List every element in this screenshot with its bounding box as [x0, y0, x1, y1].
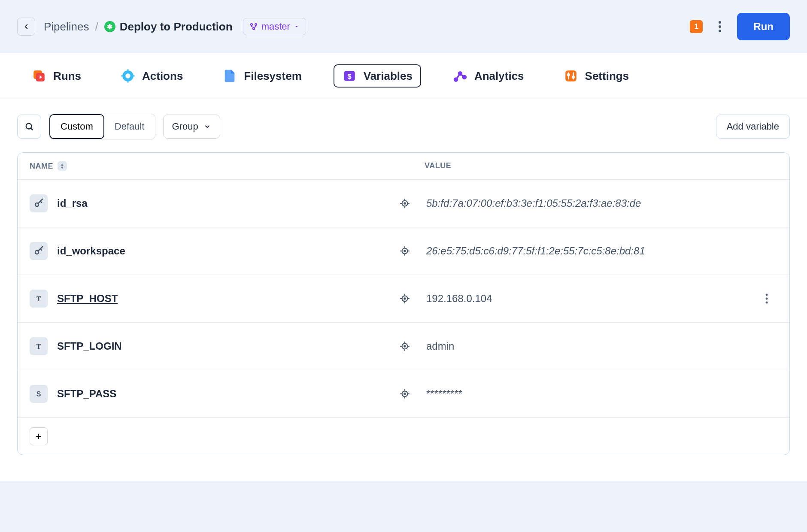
analytics-icon — [453, 69, 467, 83]
table-row[interactable]: TSFTP_HOST192.168.0.104 — [18, 275, 789, 322]
svg-point-49 — [766, 294, 768, 296]
table-row[interactable]: SSFTP_PASS********* — [18, 370, 789, 417]
row-actions[interactable] — [756, 293, 777, 304]
group-select[interactable]: Group — [163, 115, 220, 139]
variables-table: NAME ▲▼ VALUE id_rsa5b:fd:7a:07:00:ef:b3… — [17, 152, 790, 455]
variable-name[interactable]: SFTP_HOST — [57, 293, 383, 305]
table-header: NAME ▲▼ VALUE — [18, 153, 789, 179]
variable-type-icon: T — [30, 290, 48, 308]
scope-icon — [383, 245, 426, 257]
settings-icon — [564, 69, 578, 83]
column-header-name[interactable]: NAME ▲▼ — [30, 161, 425, 171]
tab-settings[interactable]: Settings — [556, 64, 637, 88]
variable-name[interactable]: SFTP_LOGIN — [57, 340, 383, 352]
tab-variables[interactable]: $ Variables — [334, 64, 421, 88]
chevron-down-icon — [203, 123, 211, 130]
scope-icon — [383, 341, 426, 352]
table-row[interactable]: id_rsa5b:fd:7a:07:00:ef:b3:3e:f1:05:55:2… — [18, 179, 789, 227]
svg-point-50 — [766, 298, 768, 300]
variable-value: admin — [426, 340, 756, 352]
tab-label: Actions — [142, 70, 183, 83]
variable-value: 192.168.0.104 — [426, 293, 756, 305]
svg-point-26 — [26, 124, 32, 129]
search-button[interactable] — [17, 115, 41, 139]
svg-point-30 — [404, 203, 405, 204]
run-button[interactable]: Run — [737, 13, 790, 40]
svg-point-44 — [404, 298, 405, 299]
svg-point-23 — [567, 74, 569, 76]
filesystem-icon — [222, 69, 237, 83]
notification-badge[interactable]: 1 — [690, 20, 703, 33]
tab-label: Variables — [364, 70, 413, 83]
table-row[interactable]: id_workspace26:e5:75:d5:c6:d9:77:5f:f1:2… — [18, 227, 789, 275]
breadcrumb-current: ✱ Deploy to Production — [104, 20, 233, 33]
svg-text:T: T — [36, 295, 41, 302]
tab-label: Filesystem — [244, 70, 301, 83]
tab-actions[interactable]: Actions — [113, 64, 191, 88]
svg-text:S: S — [36, 390, 41, 398]
tab-analytics[interactable]: Analytics — [445, 64, 532, 88]
breadcrumb-separator: / — [95, 20, 98, 33]
toolbar: Custom Default Group Add variable — [17, 114, 790, 139]
actions-icon — [121, 69, 135, 83]
breadcrumb-link-pipelines[interactable]: Pipelines — [44, 20, 89, 33]
add-row: + — [18, 417, 789, 455]
svg-text:$: $ — [347, 73, 352, 81]
variable-type-icon: T — [30, 337, 48, 355]
svg-point-61 — [404, 393, 405, 394]
tab-label: Settings — [585, 70, 629, 83]
filter-default[interactable]: Default — [104, 114, 155, 139]
svg-point-54 — [404, 345, 405, 347]
more-menu-button[interactable] — [712, 19, 728, 34]
variable-name[interactable]: SFTP_PASS — [57, 388, 383, 400]
branch-selector[interactable]: master — [243, 18, 306, 35]
caret-down-icon — [294, 24, 300, 30]
branch-label: master — [261, 21, 290, 32]
svg-point-16 — [454, 78, 457, 81]
filter-segment: Custom Default — [49, 114, 155, 139]
svg-line-20 — [461, 74, 464, 76]
svg-point-51 — [766, 302, 768, 304]
branch-icon — [249, 22, 258, 31]
tabbar: Runs Actions Filesystem $ Variables Anal… — [0, 53, 807, 99]
chevron-left-icon — [22, 23, 30, 30]
header-actions: 1 Run — [690, 13, 790, 40]
variable-name[interactable]: id_rsa — [57, 197, 383, 209]
svg-point-37 — [404, 250, 405, 251]
tab-label: Analytics — [474, 70, 524, 83]
variable-value: 5b:fd:7a:07:00:ef:b3:3e:f1:05:55:2a:f3:a… — [426, 197, 756, 209]
svg-point-5 — [719, 30, 721, 32]
svg-point-4 — [719, 25, 721, 28]
svg-line-27 — [31, 128, 33, 130]
kebab-icon — [718, 21, 722, 33]
breadcrumb: Pipelines / ✱ Deploy to Production maste… — [44, 18, 306, 35]
header: Pipelines / ✱ Deploy to Production maste… — [0, 0, 807, 53]
variables-icon: $ — [342, 69, 357, 83]
svg-line-19 — [457, 75, 459, 79]
variable-type-icon: S — [30, 385, 48, 403]
svg-point-2 — [253, 28, 255, 30]
page-title: Deploy to Production — [120, 20, 233, 33]
tab-filesystem[interactable]: Filesystem — [215, 64, 309, 88]
svg-point-1 — [255, 24, 257, 25]
add-variable-button[interactable]: Add variable — [716, 115, 790, 139]
filter-custom[interactable]: Custom — [49, 114, 104, 139]
sort-icon: ▲▼ — [58, 161, 67, 171]
svg-point-0 — [251, 24, 252, 25]
runs-icon — [32, 69, 46, 83]
scope-icon — [383, 198, 426, 209]
svg-point-3 — [719, 21, 721, 24]
add-row-button[interactable]: + — [30, 427, 48, 445]
variable-type-icon — [30, 242, 48, 260]
scope-icon — [383, 293, 426, 304]
variable-name[interactable]: id_workspace — [57, 245, 383, 257]
svg-point-9 — [125, 73, 130, 78]
svg-point-25 — [572, 76, 574, 78]
pipeline-status-icon: ✱ — [104, 21, 115, 32]
svg-rect-21 — [565, 70, 576, 82]
variable-value: 26:e5:75:d5:c6:d9:77:5f:f1:2e:55:7c:c5:8… — [426, 245, 756, 257]
back-button[interactable] — [17, 18, 35, 36]
tab-runs[interactable]: Runs — [24, 64, 89, 88]
column-header-value[interactable]: VALUE — [425, 161, 777, 171]
table-row[interactable]: TSFTP_LOGINadmin — [18, 322, 789, 370]
